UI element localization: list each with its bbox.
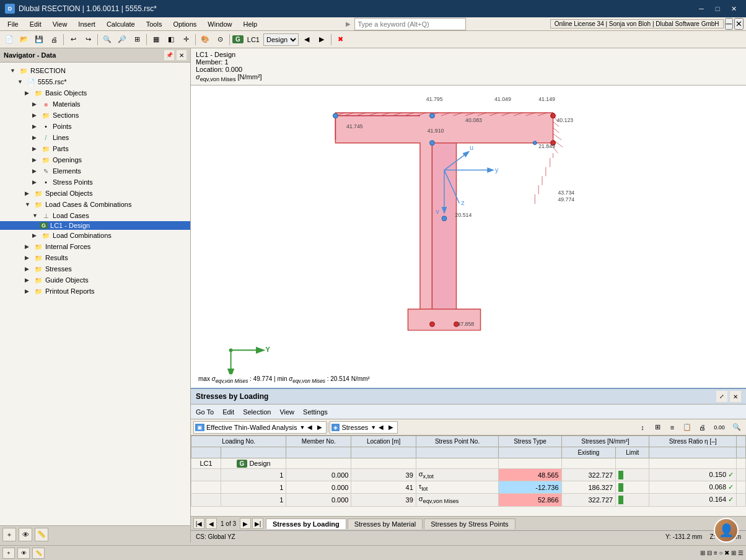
tb-axes[interactable]: ✛ (179, 33, 193, 46)
tb-zoom-out[interactable]: 🔎 (115, 33, 129, 46)
stress-tb-search[interactable]: 🔍 (730, 421, 744, 434)
stress-bottom-row: |◀ ◀ 1 of 3 ▶ ▶| Stresses by Loading Str… (191, 516, 746, 530)
tb-zoom-in[interactable]: 🔍 (100, 33, 114, 46)
stress-close-button[interactable]: ✕ (730, 391, 741, 402)
tab-stresses-by-stress-points[interactable]: Stresses by Stress Points (424, 518, 515, 529)
tb-save[interactable]: 💾 (32, 33, 46, 46)
stress-menu-goto[interactable]: Go To (193, 408, 216, 416)
menu-calculate[interactable]: Calculate (102, 19, 140, 29)
nav-stresses-label: Stresses (45, 265, 72, 273)
result-next-btn[interactable]: ▶ (386, 424, 396, 431)
stress-menu-edit[interactable]: Edit (220, 408, 237, 416)
stress-tb-btn4[interactable]: 📋 (680, 421, 694, 434)
tb-print[interactable]: 🖨 (47, 33, 61, 46)
menu-file[interactable]: File (2, 19, 24, 29)
nav-load-cases[interactable]: ▼ 📁 Load Cases & Combinations (0, 199, 190, 210)
stress-menu-view[interactable]: View (277, 408, 297, 416)
menu-window[interactable]: Window (203, 19, 237, 29)
nav-special-objects[interactable]: ▶ 📁 Special Objects (0, 188, 190, 199)
stress-expand-button[interactable]: ⤢ (716, 391, 727, 402)
menu-edit[interactable]: Edit (25, 19, 46, 29)
nav-lc1-design[interactable]: G LC1 - Design (0, 221, 190, 230)
stress-tabs-area: Stresses by Loading Stresses by Material… (266, 518, 746, 529)
tb-nav-prev[interactable]: ◀ (300, 33, 314, 46)
nav-stresses[interactable]: ▶ 📁 Stresses (0, 263, 190, 274)
tb-section[interactable]: ◧ (164, 33, 178, 46)
tb-undo[interactable]: ↩ (66, 33, 80, 46)
val-41745: 41.745 (346, 123, 363, 129)
menu-tools[interactable]: Tools (141, 19, 167, 29)
minimize-button[interactable]: ─ (694, 2, 709, 15)
stress-tb-btn1[interactable]: ↕ (636, 421, 649, 434)
nav-lines[interactable]: ▶ / Lines (0, 132, 190, 143)
tab-stresses-by-material[interactable]: Stresses by Material (348, 518, 423, 529)
tb-fit[interactable]: ⊞ (130, 33, 144, 46)
analysis-next-btn[interactable]: ▶ (315, 424, 325, 431)
nav-internal-forces[interactable]: ▶ 📁 Internal Forces (0, 241, 190, 252)
design-dropdown[interactable]: Design (263, 33, 299, 46)
nav-points[interactable]: ▶ • Points (0, 121, 190, 132)
page-first-btn[interactable]: |◀ (193, 518, 204, 529)
main-area: Navigator - Data 📌 ✕ ▼ 📁 RSECTION ▼ 📄 55… (0, 48, 746, 543)
page-last-btn[interactable]: ▶| (252, 518, 263, 529)
nav-close-button[interactable]: ✕ (177, 50, 186, 60)
nav-results[interactable]: ▶ 📁 Results (0, 252, 190, 263)
nav-materials[interactable]: ▶ ■ Materials (0, 98, 190, 110)
menu-insert[interactable]: Insert (73, 19, 100, 29)
nav-guide-objects[interactable]: ▶ 📁 Guide Objects (0, 274, 190, 286)
val-47858: 47.858 (457, 321, 474, 327)
page-prev-btn[interactable]: ◀ (206, 518, 217, 529)
close-button[interactable]: ✕ (726, 2, 741, 15)
menu-help[interactable]: Help (238, 19, 262, 29)
go-arrow: ▶ (25, 277, 32, 283)
td-loc-2: 0.000 (286, 481, 351, 494)
result-dropdown-btn[interactable]: ▼ (371, 424, 376, 431)
result-prev-btn[interactable]: ◀ (376, 424, 386, 431)
nav-parts[interactable]: ▶ 📁 Parts (0, 143, 190, 154)
nav-load-combinations[interactable]: ▶ 📁 Load Combinations (0, 230, 190, 241)
menu-options[interactable]: Options (168, 19, 201, 29)
nav-basic-objects[interactable]: ▶ 📁 Basic Objects (0, 87, 190, 98)
maximize-button[interactable]: □ (710, 2, 725, 15)
page-next-btn[interactable]: ▶ (240, 518, 251, 529)
stress-tb-btn3[interactable]: ≡ (665, 421, 679, 434)
tb-redo[interactable]: ↪ (81, 33, 95, 46)
menu-view[interactable]: View (48, 19, 72, 29)
th-existing: Existing (561, 447, 616, 458)
nav-load-cases-sub[interactable]: ▼ ⊥ Load Cases (0, 210, 190, 221)
tb-new[interactable]: 📄 (2, 33, 16, 46)
analysis-dropdown-btn[interactable]: ▼ (300, 424, 305, 431)
analysis-prev-btn[interactable]: ◀ (305, 424, 315, 431)
license-close[interactable]: ✕ (734, 18, 744, 30)
nav-elements[interactable]: ▶ ✎ Elements (0, 165, 190, 177)
td-lc1: LC1 (191, 458, 221, 469)
tb-render[interactable]: ▦ (149, 33, 163, 46)
th-member2 (286, 447, 351, 458)
nav-ruler-button[interactable]: 📏 (35, 528, 48, 541)
nav-openings[interactable]: ▶ 📁 Openings (0, 154, 190, 165)
stress-menu-settings[interactable]: Settings (301, 408, 330, 416)
stress-tb-btn5[interactable]: 🖨 (695, 421, 709, 434)
nav-lc-sub-label: Load Cases (53, 212, 89, 219)
search-input[interactable] (354, 18, 466, 30)
nav-add-button[interactable]: + (2, 528, 16, 541)
tb-color[interactable]: 🎨 (198, 33, 212, 46)
nav-sections[interactable]: ▶ 📁 Sections (0, 110, 190, 121)
stress-tb-btn2[interactable]: ⊞ (651, 421, 664, 434)
tb-stop[interactable]: ✖ (334, 33, 348, 46)
tb-snap[interactable]: ⊙ (213, 33, 227, 46)
stress-tb-btn6[interactable]: 0.00 (710, 421, 729, 434)
td-sp-3: 39 (351, 494, 416, 506)
license-minimize[interactable]: ─ (725, 18, 733, 30)
tab-stresses-by-loading[interactable]: Stresses by Loading (266, 518, 346, 529)
stress-menu-selection[interactable]: Selection (240, 408, 273, 416)
nav-root[interactable]: ▼ 📁 RSECTION (0, 65, 190, 76)
tb-nav-next[interactable]: ▶ (315, 33, 328, 46)
nav-stress-points[interactable]: ▶ • Stress Points (0, 177, 190, 188)
nav-eye-button[interactable]: 👁 (19, 528, 32, 541)
nav-file[interactable]: ▼ 📄 5555.rsc* (0, 76, 190, 87)
node-6 (430, 141, 435, 146)
tb-open[interactable]: 📂 (17, 33, 31, 46)
nav-printout[interactable]: ▶ 📁 Printout Reports (0, 286, 190, 297)
nav-pin-button[interactable]: 📌 (164, 50, 174, 60)
